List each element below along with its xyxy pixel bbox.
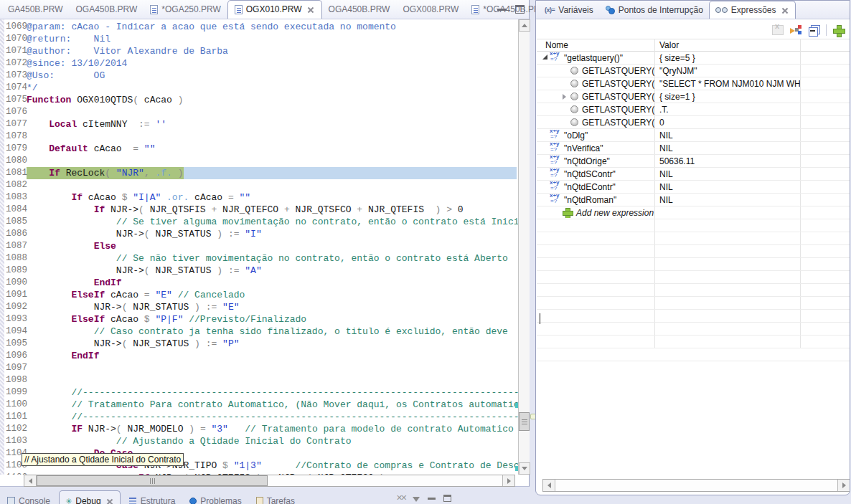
add-expression-icon[interactable]: [833, 25, 844, 36]
empty-row[interactable]: [537, 232, 850, 245]
line-number[interactable]: 1097: [4, 362, 27, 374]
expression-row[interactable]: GETLASTQUERY({ size=1 }: [537, 90, 850, 103]
collapse-all-icon[interactable]: [809, 25, 819, 35]
clear-icon[interactable]: ✕✕: [396, 493, 405, 503]
line-number[interactable]: 1080: [4, 155, 27, 167]
bottom-tab-estrutura[interactable]: Estrutura: [123, 490, 182, 504]
code-editor[interactable]: 1069@param: cAcao - Indicar a acao que e…: [0, 19, 518, 475]
line-number[interactable]: 1087: [4, 240, 27, 252]
expander-expanded-icon[interactable]: [542, 54, 547, 60]
expression-row[interactable]: Add new expression: [537, 206, 850, 219]
add-expression-icon[interactable]: [563, 208, 572, 217]
line-number[interactable]: 1078: [4, 130, 27, 143]
tab-expressões[interactable]: Expressões: [709, 1, 796, 19]
editor-tab-ga450b.prw[interactable]: GA450B.PRW: [1, 0, 69, 19]
vertical-scrollbar[interactable]: [518, 19, 530, 475]
line-number[interactable]: 1083: [4, 191, 27, 204]
show-type-names-icon[interactable]: [772, 25, 784, 35]
line-number[interactable]: 1096: [4, 350, 27, 362]
maximize-icon[interactable]: [515, 5, 525, 14]
line-number[interactable]: 1106: [4, 472, 27, 475]
empty-row[interactable]: [537, 323, 850, 336]
vertical-scroll-thumb[interactable]: [519, 412, 530, 431]
scroll-left-icon[interactable]: [543, 480, 555, 491]
line-number[interactable]: 1091: [4, 289, 27, 301]
empty-row[interactable]: [537, 258, 850, 271]
close-icon[interactable]: [780, 6, 789, 15]
line-number[interactable]: 1100: [4, 399, 27, 411]
line-number[interactable]: 1071: [4, 45, 27, 57]
bottom-tab-debug[interactable]: ✳Debug: [59, 490, 121, 504]
panel-horizontal-scrollbar[interactable]: [542, 479, 850, 492]
expander-collapsed-icon[interactable]: [563, 94, 566, 100]
line-number[interactable]: 1073: [4, 70, 27, 82]
bottom-tab-console[interactable]: Console: [1, 490, 56, 504]
minimize-icon[interactable]: [497, 7, 507, 11]
line-number[interactable]: 1070: [4, 33, 27, 45]
bottom-tab-tarefas[interactable]: Tarefas: [250, 490, 301, 504]
expression-row[interactable]: "nQtdSContr"NIL: [537, 168, 850, 181]
close-icon[interactable]: [105, 497, 114, 504]
scroll-right-icon[interactable]: [837, 480, 850, 491]
expression-row[interactable]: "nQtdRoman"NIL: [537, 194, 850, 206]
line-number[interactable]: 1086: [4, 228, 27, 240]
expression-row[interactable]: GETLASTQUERY(.T.: [537, 103, 850, 116]
expression-row[interactable]: GETLASTQUERY(0: [537, 116, 850, 129]
editor-tab-ogx008.prw[interactable]: OGX008.PRW: [396, 0, 465, 19]
scroll-down-icon[interactable]: [519, 462, 530, 475]
line-number[interactable]: 1069: [4, 21, 27, 33]
line-number[interactable]: 1084: [4, 204, 27, 216]
editor-tab-ogx010.prw[interactable]: OGX010.PRW: [227, 0, 322, 19]
line-number[interactable]: 1102: [4, 423, 27, 435]
expression-row[interactable]: "nQtdEContr"NIL: [537, 181, 850, 194]
line-number[interactable]: 1082: [4, 179, 27, 191]
scroll-right-icon[interactable]: [502, 475, 514, 486]
line-number[interactable]: 1089: [4, 265, 27, 277]
tab-variáveis[interactable]: (x)=Variáveis: [539, 1, 599, 19]
expression-row[interactable]: "oDlg"NIL: [537, 129, 850, 142]
empty-row[interactable]: [537, 310, 850, 323]
empty-row[interactable]: [537, 336, 850, 348]
line-number[interactable]: 1072: [4, 57, 27, 70]
empty-row[interactable]: [537, 271, 850, 284]
line-number[interactable]: 1075: [4, 94, 27, 106]
horizontal-scrollbar[interactable]: [24, 475, 515, 487]
editor-tab-oga450b.prw[interactable]: OGA450B.PRW: [69, 0, 144, 19]
line-number[interactable]: 1079: [4, 143, 27, 155]
empty-row[interactable]: [537, 297, 850, 310]
line-number[interactable]: 1077: [4, 118, 27, 130]
line-number[interactable]: 1090: [4, 277, 27, 289]
expression-row[interactable]: GETLASTQUERY("SELECT * FROM NJM010 NJM W…: [537, 77, 850, 90]
expression-row[interactable]: "nQtdOrige"50636.11: [537, 155, 850, 168]
line-number[interactable]: 1098: [4, 374, 27, 386]
empty-row[interactable]: [537, 348, 850, 361]
line-number[interactable]: 1103: [4, 435, 27, 447]
line-number[interactable]: 1085: [4, 216, 27, 228]
maximize-icon[interactable]: [443, 495, 451, 502]
editor-tab-oga250.prw[interactable]: *OGA250.PRW: [144, 0, 227, 19]
line-number[interactable]: 1074: [4, 82, 27, 94]
tab-pontos-de-interrupção[interactable]: Pontos de Interrupção: [599, 1, 709, 19]
line-number[interactable]: 1076: [4, 106, 27, 118]
filter-icon[interactable]: [413, 497, 420, 502]
expression-row[interactable]: "getlastquery()"{ size=5 }: [537, 52, 850, 65]
line-number[interactable]: 1094: [4, 325, 27, 338]
line-number[interactable]: 1092: [4, 301, 27, 313]
empty-row[interactable]: [537, 245, 850, 258]
column-header-nome[interactable]: Nome: [537, 39, 654, 51]
horizontal-scroll-thumb[interactable]: [37, 475, 268, 486]
bottom-tab-problemas[interactable]: Problemas: [184, 490, 247, 504]
expression-row[interactable]: "nVerifica"NIL: [537, 142, 850, 155]
editor-tab-oga450b.prw[interactable]: OGA450B.PRW: [322, 0, 397, 19]
line-number[interactable]: 1081: [4, 167, 27, 179]
minimize-icon[interactable]: [428, 497, 436, 500]
expression-row[interactable]: GETLASTQUERY("QryNJM": [537, 65, 850, 77]
scroll-left-icon[interactable]: [24, 475, 37, 486]
show-logical-structure-icon[interactable]: [790, 25, 802, 35]
close-icon[interactable]: [306, 5, 315, 14]
column-header-valor[interactable]: Valor: [654, 39, 800, 51]
empty-row[interactable]: [537, 284, 850, 297]
scroll-up-icon[interactable]: [519, 19, 530, 32]
line-number[interactable]: 1099: [4, 386, 27, 399]
line-number[interactable]: 1101: [4, 411, 27, 423]
